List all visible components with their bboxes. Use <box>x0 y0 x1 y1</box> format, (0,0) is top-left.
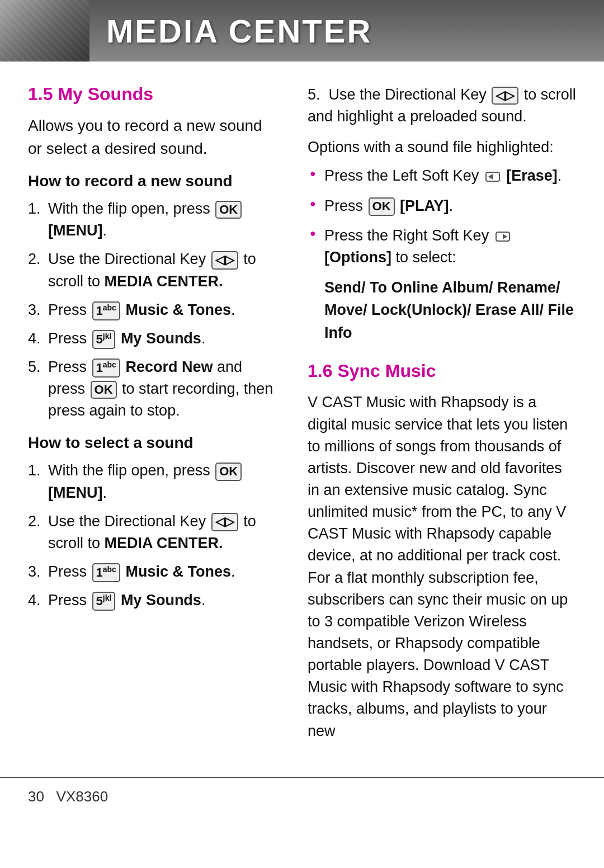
record-step-2: 2. Use the Directional Key ◁▷ to scroll … <box>28 248 280 292</box>
options-intro: Options with a sound file highlighted: <box>308 136 576 158</box>
dir-key-icon: ◁▷ <box>211 251 238 270</box>
record-step-5: 5. Press 1abc Record New and press OK to… <box>28 356 280 422</box>
ok-key-2-icon: OK <box>91 381 117 399</box>
record-step-1: 1. With the flip open, press OK [MENU]. <box>28 198 280 242</box>
section-1-6-title: 1.6 Sync Music <box>308 361 576 381</box>
main-content: 1.5 My Sounds Allows you to record a new… <box>0 62 604 777</box>
section-1-6-body: V CAST Music with Rhapsody is a digital … <box>308 391 576 742</box>
header-photo <box>0 0 89 62</box>
svg-marker-1 <box>488 174 493 180</box>
page-number: 30 VX8360 <box>28 788 108 805</box>
header-title: MEDIA CENTER <box>89 12 372 50</box>
bullet-erase: Press the Left Soft Key [Erase]. <box>308 165 576 187</box>
section-1-5-intro: Allows you to record a new sound or sele… <box>28 115 280 160</box>
section-1-6: 1.6 Sync Music V CAST Music with Rhapsod… <box>308 361 576 742</box>
section-1-5-title: 1.5 My Sounds <box>28 84 280 105</box>
bullet-options-list: Press the Left Soft Key [Erase]. Press O… <box>308 165 576 268</box>
record-heading: How to record a new sound <box>28 172 280 190</box>
select-heading: How to select a sound <box>28 434 280 452</box>
page-header: MEDIA CENTER <box>0 0 604 62</box>
ok-key-3-icon: OK <box>215 463 242 481</box>
dir-key-3-icon: ◁▷ <box>492 87 518 105</box>
select-step-2: 2. Use the Directional Key ◁▷ to scroll … <box>28 511 280 554</box>
left-softkey-icon <box>485 170 501 183</box>
key-1-icon: 1abc <box>92 301 120 320</box>
svg-marker-3 <box>503 234 507 239</box>
ok-key-4-icon: OK <box>369 197 395 216</box>
select-step-1: 1. With the flip open, press OK [MENU]. <box>28 460 280 503</box>
select-step-4: 4. Press 5jkl My Sounds. <box>28 589 280 611</box>
select-steps-list: 1. With the flip open, press OK [MENU]. … <box>28 460 280 611</box>
bullet-options: Press the Right Soft Key [Options] to se… <box>308 225 576 268</box>
record-step-3: 3. Press 1abc Music & Tones. <box>28 299 280 321</box>
dir-key-2-icon: ◁▷ <box>211 513 238 531</box>
key-5b-icon: 5jkl <box>92 592 116 611</box>
bullet-play: Press OK [PLAY]. <box>308 195 576 217</box>
key-5-icon: 5jkl <box>92 330 116 349</box>
key-1b-icon: 1abc <box>92 358 120 378</box>
options-bold-text: Send/ To Online Album/ Rename/ Move/ Loc… <box>324 276 576 345</box>
ok-key-icon: OK <box>215 201 242 219</box>
right-column: 5. Use the Directional Key ◁▷ to scroll … <box>308 84 576 754</box>
right-step-5: 5. Use the Directional Key ◁▷ to scroll … <box>308 84 576 128</box>
record-step-4: 4. Press 5jkl My Sounds. <box>28 328 280 350</box>
right-softkey-icon <box>495 230 511 243</box>
left-column: 1.5 My Sounds Allows you to record a new… <box>28 84 280 754</box>
page-footer: 30 VX8360 <box>0 777 604 815</box>
record-steps-list: 1. With the flip open, press OK [MENU]. … <box>28 198 280 422</box>
key-1c-icon: 1abc <box>92 563 120 582</box>
select-step-3: 3. Press 1abc Music & Tones. <box>28 561 280 583</box>
